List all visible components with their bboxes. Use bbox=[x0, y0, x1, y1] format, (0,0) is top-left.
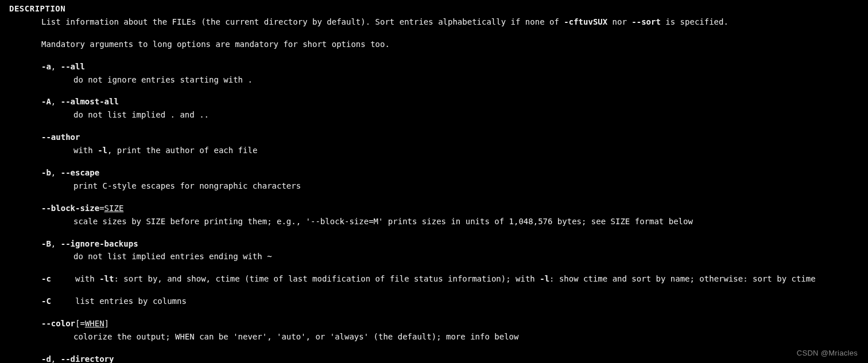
separator: , bbox=[51, 168, 61, 177]
mandatory-paragraph: Mandatory arguments to long options are … bbox=[41, 39, 868, 50]
option-long: --escape bbox=[61, 168, 99, 177]
gap bbox=[51, 296, 75, 306]
option-long: --block-size bbox=[41, 204, 99, 213]
text: : show ctime and sort by name; otherwise… bbox=[549, 274, 816, 283]
option-color: --color[=WHEN] bbox=[41, 318, 868, 329]
option-short: -A bbox=[41, 97, 51, 106]
option-short: -c bbox=[41, 274, 51, 283]
option-author-desc: with -l, print the author of each file bbox=[73, 145, 868, 156]
option-b-desc: print C-style escapes for nongraphic cha… bbox=[73, 181, 868, 192]
option-long: --ignore-backups bbox=[61, 239, 138, 248]
option-upper-c: -C list entries by columns bbox=[41, 296, 868, 307]
option-block-size: --block-size=SIZE bbox=[41, 203, 868, 214]
text: is specified. bbox=[661, 17, 728, 26]
option-author: --author bbox=[41, 132, 868, 143]
option-short: -b bbox=[41, 168, 51, 177]
text-bold: --sort bbox=[631, 17, 661, 26]
option-upper-b-desc: do not list implied entries ending with … bbox=[73, 251, 868, 262]
text: : sort by, and show, ctime (time of last… bbox=[114, 274, 540, 283]
option-upper-a-desc: do not list implied . and .. bbox=[73, 110, 868, 120]
option-long: --directory bbox=[61, 354, 114, 363]
separator: , bbox=[51, 239, 61, 248]
option-upper-a: -A, --almost-all bbox=[41, 96, 868, 107]
intro-paragraph: List information about the FILEs (the cu… bbox=[41, 17, 868, 28]
gap bbox=[51, 274, 75, 283]
text: ] bbox=[104, 319, 109, 328]
text: with bbox=[73, 146, 98, 155]
section-title: DESCRIPTION bbox=[9, 3, 868, 14]
option-short: -C bbox=[41, 296, 51, 306]
text-bold: -l bbox=[98, 146, 107, 155]
option-block-size-desc: scale sizes by SIZE before printing them… bbox=[73, 216, 868, 227]
text-bold: -cftuvSUX bbox=[564, 17, 607, 26]
separator: , bbox=[51, 62, 61, 71]
option-short: -B bbox=[41, 239, 51, 248]
option-a: -a, --all bbox=[41, 61, 868, 72]
option-upper-c-desc: list entries by columns bbox=[75, 296, 187, 306]
option-long: --color bbox=[41, 319, 75, 328]
text-bold: -l bbox=[540, 274, 549, 283]
option-color-desc: colorize the output; WHEN can be 'never'… bbox=[73, 331, 868, 342]
watermark: CSDN @Mriacles bbox=[797, 348, 858, 358]
text: , print the author of each file bbox=[107, 146, 257, 155]
separator: , bbox=[51, 354, 61, 363]
option-arg: SIZE bbox=[104, 204, 124, 213]
option-long: --all bbox=[61, 62, 85, 71]
text: [= bbox=[75, 319, 85, 328]
text: with bbox=[75, 274, 99, 283]
option-long: --almost-all bbox=[61, 97, 119, 106]
text: List information about the FILEs (the cu… bbox=[41, 17, 564, 26]
option-upper-b: -B, --ignore-backups bbox=[41, 239, 868, 249]
text: nor bbox=[607, 17, 631, 26]
option-long: --author bbox=[41, 132, 80, 142]
option-arg: WHEN bbox=[85, 319, 104, 328]
option-short: -d bbox=[41, 354, 51, 363]
option-b: -b, --escape bbox=[41, 167, 868, 178]
separator: , bbox=[51, 97, 61, 106]
man-page: DESCRIPTION List information about the F… bbox=[0, 0, 868, 363]
text-bold: -lt bbox=[99, 274, 114, 283]
text: = bbox=[99, 204, 104, 213]
option-c: -c with -lt: sort by, and show, ctime (t… bbox=[41, 274, 868, 284]
option-a-desc: do not ignore entries starting with . bbox=[73, 75, 868, 85]
option-d: -d, --directory bbox=[41, 354, 868, 363]
option-short: -a bbox=[41, 62, 51, 71]
